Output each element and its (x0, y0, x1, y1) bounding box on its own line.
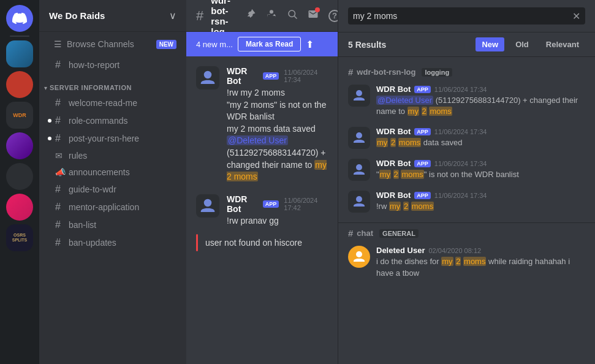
search-clear-icon[interactable]: ✕ (572, 10, 580, 22)
result-time-5: 02/04/2020 08:12 (428, 247, 481, 254)
r2-h2: 2 (390, 138, 396, 147)
avatar (196, 66, 219, 89)
result-message-2[interactable]: WDR Bot APP 11/06/2024 17:34 my 2 moms d… (338, 122, 595, 154)
category-server-information[interactable]: ▾ SERVER INFORMATION (39, 74, 186, 94)
result-author-1: WDR Bot (376, 85, 411, 94)
result-author-2: WDR Bot (376, 127, 411, 136)
app: WDR OSRSSPLITS We Do Raids ∨ ☰ Browse Ch… (0, 0, 595, 364)
result-channel-name: wdr-bot-rsn-log (357, 67, 415, 77)
filter-old-button[interactable]: Old (509, 37, 535, 51)
hash-icon: # (55, 219, 65, 230)
channel-hash-icon: # (196, 8, 203, 24)
result-header-4: WDR Bot APP 11/06/2024 17:34 (376, 191, 585, 200)
result-avatar-1 (348, 85, 370, 107)
channel-announcements[interactable]: 📣 announcements (44, 164, 181, 180)
r3-h1: my (379, 170, 391, 179)
megaphone-icon: 📣 (55, 167, 65, 177)
channel-name: role-commands (69, 116, 127, 126)
server-header-chevron-icon: ∨ (169, 10, 176, 21)
svg-point-6 (356, 164, 362, 170)
channel-tag: logging (422, 68, 452, 77)
message-text-5: !rw pranav gg (227, 215, 328, 227)
members-icon[interactable] (266, 9, 277, 23)
result-message-3[interactable]: WDR Bot APP 11/06/2024 17:34 "my 2 moms"… (338, 154, 595, 186)
result-text-4: !rw my 2 moms (376, 201, 585, 212)
results-count: 5 Results (348, 40, 471, 50)
result-body-3: WDR Bot APP 11/06/2024 17:34 "my 2 moms"… (376, 159, 585, 181)
result-author-4: WDR Bot (376, 191, 411, 200)
channel-guide-to-wdr[interactable]: # guide-to-wdr (44, 181, 181, 198)
result-text-5: i do the dishes for my 2 moms while raid… (376, 256, 585, 278)
result-channel-header-1: # wdr-bot-rsn-log logging (338, 62, 595, 80)
channel-name: announcements (69, 167, 130, 177)
search-header: ✕ (338, 0, 595, 32)
channel-role-commands[interactable]: # role-commands (44, 112, 181, 129)
channel-ban-updates[interactable]: # ban-updates (44, 234, 181, 251)
browse-icon: ☰ (54, 39, 62, 49)
inbox-icon[interactable] (308, 9, 319, 23)
mark-as-read-button[interactable]: Mark as Read (238, 37, 301, 51)
channel-name: post-your-rsn-here (69, 134, 139, 143)
envelope-icon: ✉ (55, 151, 65, 161)
result-time-3: 11/06/2024 17:34 (434, 160, 487, 167)
new-messages-bar: 4 new m... Mark as Read ⬆ (186, 32, 338, 56)
category-chevron-icon: ▾ (44, 85, 47, 91)
channel-post-your-rsn-here[interactable]: # post-your-rsn-here (44, 130, 181, 147)
server-list: WDR OSRSSPLITS (0, 0, 39, 364)
message-text: !rw my 2 moms (227, 87, 328, 99)
result-channel-hash-icon-2: # (348, 228, 353, 238)
chat-header: # wdr-bot-rsn-log ? (186, 0, 338, 32)
message-content: WDR Bot APP 11/06/2024 17:34 !rw my 2 mo… (227, 66, 328, 183)
server-icon-2[interactable] (6, 71, 33, 98)
search-input[interactable] (353, 7, 572, 25)
hash-icon: # (55, 237, 65, 248)
channel-header-name: wdr-bot-rsn-log (211, 0, 230, 37)
result-app-badge-1: APP (414, 86, 431, 93)
server-icon-6[interactable] (6, 194, 33, 221)
filter-new-button[interactable]: New (476, 37, 504, 51)
channel-name: how-to-report (69, 60, 119, 70)
highlight-1: my (407, 107, 419, 116)
message-text-3: my 2 moms data saved (227, 123, 328, 135)
result-message-5[interactable]: Deleted User 02/04/2020 08:12 i do the d… (338, 241, 595, 283)
channel-mentor-application[interactable]: # mentor-application (44, 199, 181, 216)
channel-rules[interactable]: ✉ rules (44, 148, 181, 164)
server-header[interactable]: We Do Raids ∨ (39, 0, 186, 32)
result-message-4[interactable]: WDR Bot APP 11/06/2024 17:34 !rw my 2 mo… (338, 186, 595, 218)
message-header: WDR Bot APP 11/06/2024 17:34 (227, 66, 328, 86)
hash-icon: # (55, 202, 65, 213)
result-header-3: WDR Bot APP 11/06/2024 17:34 (376, 159, 585, 168)
result-message-1[interactable]: WDR Bot APP 11/06/2024 17:34 @Deleted Us… (338, 80, 595, 122)
server-icon-osrs[interactable]: OSRSSPLITS (6, 224, 33, 251)
message-header-2: WDR Bot APP 11/06/2024 17:42 (227, 194, 328, 214)
server-icon-1[interactable] (6, 40, 33, 67)
message-group-2: WDR Bot APP 11/06/2024 17:42 !rw pranav … (196, 194, 328, 227)
result-text-1: @Deleted User (511292756883144720) + cha… (376, 95, 585, 117)
result-section-2: # chat GENERAL Deleted User 02/04/2020 0… (338, 222, 595, 283)
result-app-badge-2: APP (414, 128, 431, 135)
search-magnify-icon[interactable] (287, 9, 298, 23)
result-avatar-4 (348, 191, 370, 213)
message-time: 11/06/2024 17:34 (284, 69, 328, 83)
server-icon-4[interactable] (6, 132, 33, 159)
result-body-5: Deleted User 02/04/2020 08:12 i do the d… (376, 246, 585, 278)
result-text-3: "my 2 moms" is not on the WDR banlist (376, 169, 585, 180)
search-results: # wdr-bot-rsn-log logging WDR Bot APP 11… (338, 57, 595, 364)
server-icon-wdr[interactable]: WDR (6, 102, 33, 129)
filter-relevant-button[interactable]: Relevant (540, 37, 585, 51)
browse-channels-button[interactable]: ☰ Browse Channels NEW (44, 34, 181, 54)
channel-ban-list[interactable]: # ban-list (44, 216, 181, 233)
svg-point-8 (356, 251, 362, 257)
channel-how-to-report[interactable]: # how-to-report (44, 56, 181, 74)
r2-h1: my (376, 138, 388, 147)
search-panel: ✕ 5 Results New Old Relevant # wdr-bot-r… (338, 0, 595, 364)
server-icon-discord[interactable] (6, 5, 33, 32)
result-avatar-3 (348, 159, 370, 181)
browse-channels-label: Browse Channels (67, 39, 151, 49)
server-icon-5[interactable] (6, 163, 33, 190)
result-body-4: WDR Bot APP 11/06/2024 17:34 !rw my 2 mo… (376, 191, 585, 213)
pin-icon[interactable] (245, 9, 256, 23)
channel-welcome-read-me[interactable]: # welcome-read-me (44, 94, 181, 112)
result-section-header-2: # chat GENERAL (338, 222, 595, 241)
mention: @Deleted User (227, 135, 288, 145)
